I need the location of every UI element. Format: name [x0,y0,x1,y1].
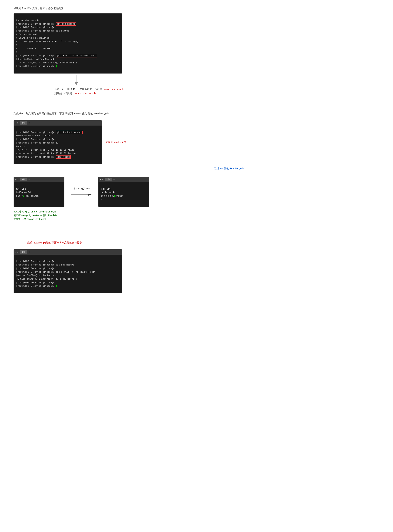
cmd-checkout-master: git checkout master [56,131,83,134]
cmd-vim-readme: vim ReadMe [56,155,71,159]
terminal1-line6: # Changes to be committed: [16,37,50,39]
t2-line4: [root@VM-8-5-centos gitcode]# ll [16,142,59,144]
spacer2 [14,227,379,241]
tr-line4: ~ [101,198,102,201]
arrow-right-container [71,193,92,196]
terminal1-line2: [root@VM-8-5-centos gitcode]# git add Re… [16,22,76,26]
terminal1: bbb on dev branch [root@VM-8-5-centos gi… [14,13,122,73]
green-annotations: dev1 中 修改 的 bbb on dev branch 代码 还没有 mer… [14,210,379,221]
bar-plus-left: + [29,178,30,181]
change-annotation-col: 将 aaa 改为 ccc [71,187,92,196]
tr-line1: 你好 Git [101,188,111,190]
section3-row: ● × 1敞 + 你好 Git hello world aaa on dev b… [14,177,379,207]
terminal4-bar: ● × 1敞 + [14,249,122,255]
section2-row: ● × 1敞 + [root@VM-8-5-centos gitcode]# g… [14,120,379,164]
bar-dot-left: ● × [15,178,19,181]
t4-line5: [master 3caf96e] md ReadMe: ccc [16,274,57,277]
tl-line1: 你好 Git [16,188,26,190]
section1: 修改完 ReadMe 文件，将 本次修改进行提交 bbb on dev bran… [14,7,379,95]
section3: ● × 1敞 + 你好 Git hello world aaa on dev b… [14,177,379,221]
terminal2: [root@VM-8-5-centos gitcode]# git checko… [14,126,102,164]
t4-line3: [root@VM-8-5-centos gitcode]# [16,267,54,270]
terminal2-bar: ● × 1敞 + [14,120,102,126]
terminal4: [root@VM-8-5-centos gitcode]# [root@VM-8… [14,255,122,293]
cursor4 [56,285,57,287]
t4-line6: 1 file changed, 1 insertion(+), 1 deleti… [16,278,77,280]
section2: 到此 dev1 分支 要做的事我们就做完了，下面 切换到 master 分支 修… [14,112,379,170]
section1-annotation-top: 修改完 ReadMe 文件，将 本次修改进行提交 [14,7,379,10]
bar-tab4: 1敞 [20,250,27,254]
terminal-left-bar: ● × 1敞 + [14,177,64,182]
terminal1-line14: [root@VM-8-5-centos gitcode]# [16,65,57,68]
terminal1-line1: bbb on dev branch [16,19,39,22]
bar-dot-area: ● × [15,122,19,124]
section4: 完成 ReadMe 的修改 下面来将本次修改进行提交 ● × 1敞 + [roo… [14,241,379,293]
terminal4-wrapper: ● × 1敞 + [root@VM-8-5-centos gitcode]# [… [14,249,122,293]
t4-line2: [root@VM-8-5-centos gitcode]# git add Re… [16,264,74,266]
terminal-right-wrapper: ● × 1敞 + 你好 Git hello world ccc on dev b… [98,177,149,207]
terminal1-line13: 1 file changed, 1 insertion(+), 1 deleti… [16,61,77,64]
green-ann3: 文件中 还是 aaa on dev branch [14,218,379,221]
terminal2-wrapper: ● × 1敞 + [root@VM-8-5-centos gitcode]# g… [14,120,102,164]
green-ann2: 还没有 merge 到 master 中 所以 ReadMe [14,214,379,217]
terminal1-line8: # [16,44,17,46]
t2-line5: total 4 [16,145,25,148]
terminal1-line3: [root@VM-8-5-centos gitcode]# [16,26,54,29]
t2-line7: -rw-r--r-- 1 root root 42 Jun 25 19:36 R… [16,152,76,155]
green-ann1: dev1 中 修改 的 bbb on dev branch 代码 [14,210,379,213]
tl-line4: ~ [16,198,17,201]
terminal1-line12: [dev1 7c13cdb] md ReadMe: bbb [16,58,54,60]
tl-line2: hello world [16,191,31,194]
terminal1-line9: # modified: ReadMe [16,47,50,50]
t4-line4: [root@VM-8-5-centos gitcode]# git commit… [16,271,95,273]
terminal1-line4: [root@VM-8-5-centos gitcode]# git status [16,30,69,32]
annotation-del-line: 删除的一行就是：aaa on dev branch [54,92,379,95]
ccc-text: ccc on dev branch [103,87,124,91]
cursor-left: n [23,195,24,197]
cursor-right [114,195,115,197]
annotations-below-arrow: 新增一行，删除 1行，这里新增的一行就是 ccc on dev branch 删… [54,87,379,95]
cmd-git-add: git add ReadMe [56,22,76,26]
terminal1-line5: # On branch dev1 [16,33,37,36]
annotation-new-line: 新增一行，删除 1行，这里新增的一行就是 ccc on dev branch [54,87,379,91]
t4-line8: [root@VM-8-5-centos gitcode]# [16,285,57,287]
tr-line2: hello world [101,191,115,194]
cmd-git-commit: git commit -m "md ReadMe: bbb" [56,54,97,58]
t2-line6: -rw-r--r-- 1 root root 0 Jun 19 13:21 fi… [16,149,74,151]
terminal-left: 你好 Git hello world aaa on dev branch ~ [14,182,64,207]
bar-plus2: + [29,121,30,124]
bar-plus4: + [29,250,30,253]
tl-line3: aaa on dev branch [16,195,39,197]
spacer1 [14,102,379,112]
arrow-down1 [73,75,379,86]
t2-line8: [root@VM-8-5-centos gitcode]# vim ReadMe [16,155,71,159]
bar-tab-left: 1敞 [20,178,27,181]
arrow-svg1 [73,75,80,85]
terminal-right-bar: ● × 1敞 + [98,177,149,182]
change-annotation-text: 将 aaa 改为 ccc [73,187,90,190]
t4-line1: [root@VM-8-5-centos gitcode]# [16,260,54,263]
svg-marker-1 [75,82,78,85]
arrow-right-svg [71,193,92,196]
cursor1 [56,65,57,68]
t2-line2: Switched to branch 'master' [16,135,52,137]
terminal-left-wrapper: ● × 1敞 + 你好 Git hello world aaa on dev b… [14,177,64,207]
section4-annotation-top: 完成 ReadMe 的修改 下面来将本次修改进行提交 [27,241,379,244]
side-note-checkout: 切换到 master 分支 [106,141,126,144]
t4-line7: [root@VM-8-5-centos gitcode]# [16,281,54,284]
bar-plus-right: + [113,178,115,181]
terminal1-line11: [root@VM-8-5-centos gitcode]# git commit… [16,54,97,58]
terminal-right: 你好 Git hello world ccc on dev branch ~ [98,182,149,207]
section2-annotation-top: 到此 dev1 分支 要做的事我们就做完了，下面 切换到 master 分支 修… [14,112,379,115]
aaa-text: aaa on dev branch [75,92,96,95]
svg-marker-3 [88,194,92,196]
annotation-vim: 通过 vim 修改 ReadMe 文件 [14,167,244,170]
bar-dot4: ● × [15,251,19,253]
bar-tab2: 1敞 [20,121,27,125]
tr-line3: ccc on dev branch [101,195,123,197]
bar-tab-right: 1敞 [105,178,112,181]
t2-line1: [root@VM-8-5-centos gitcode]# git checko… [16,131,83,134]
t2-line3: [root@VM-8-5-centos gitcode]# [16,138,54,141]
terminal1-line7: # (use "git reset HEAD <file>..." to uns… [16,40,78,43]
terminal1-container: bbb on dev branch [root@VM-8-5-centos gi… [14,13,379,73]
